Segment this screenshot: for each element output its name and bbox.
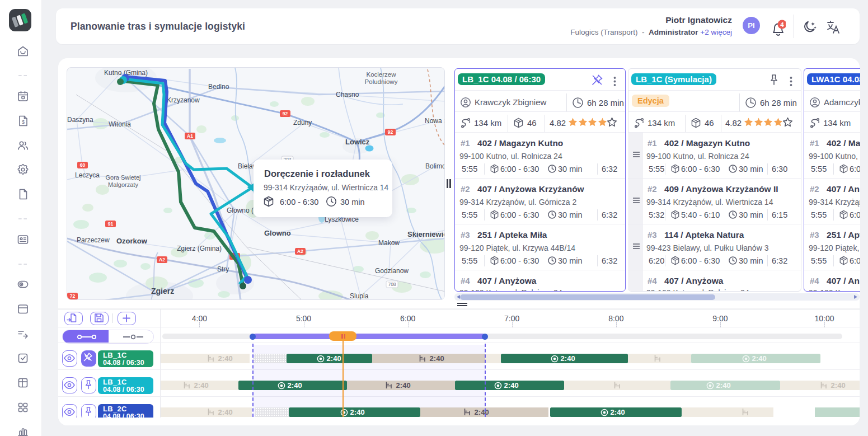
svg-text:60: 60 [80, 162, 86, 168]
svg-text:92: 92 [388, 129, 393, 135]
svg-text:Witonia: Witonia [109, 120, 131, 128]
svg-text:Zgierz (Gmina): Zgierz (Gmina) [177, 245, 222, 252]
svg-text:Skierniewice: Skierniewice [407, 230, 445, 238]
svg-text:Leczyca: Leczyca [75, 171, 100, 179]
svg-text:Bolimow: Bolimow [425, 162, 445, 170]
svg-text:Chasno: Chasno [336, 91, 359, 99]
svg-text:Ozorkow: Ozorkow [116, 237, 148, 245]
svg-text:92: 92 [283, 111, 288, 116]
svg-text:A2: A2 [297, 249, 303, 254]
svg-text:Bedlno: Bedlno [208, 83, 229, 91]
svg-text:Slupia: Slupia [350, 292, 369, 300]
svg-text:Parzeczew: Parzeczew [77, 236, 110, 244]
svg-text:6:00 - 6:30: 6:00 - 6:30 [280, 198, 318, 207]
svg-text:Daszyna: Daszyna [67, 116, 93, 124]
svg-text:Makow: Makow [378, 239, 400, 247]
svg-text:30 min: 30 min [340, 198, 365, 207]
svg-text:4: 4 [780, 21, 784, 28]
svg-text:KocierzewPoludniowy: KocierzewPoludniowy [365, 71, 398, 85]
svg-text:Zgierz: Zgierz [151, 287, 174, 296]
svg-text:Zduny: Zduny [293, 119, 312, 126]
svg-text:A2: A2 [159, 257, 165, 262]
svg-text:A1: A1 [187, 133, 193, 139]
svg-text:Stry: Stry [217, 265, 229, 273]
svg-text:$: $ [22, 119, 25, 125]
svg-text:Gora SwietejMalgorzaty: Gora SwietejMalgorzaty [106, 174, 141, 188]
svg-text:708: 708 [388, 282, 396, 287]
svg-text:Godzianow: Godzianow [375, 267, 409, 275]
svg-text:Nowa Su: Nowa Su [425, 117, 445, 125]
svg-text:91: 91 [108, 221, 114, 227]
svg-text:72: 72 [70, 293, 76, 299]
svg-text:Krzyzanow: Krzyzanow [167, 96, 200, 104]
svg-text:Glowno: Glowno [264, 229, 291, 237]
svg-text:Lowicz: Lowicz [345, 138, 370, 146]
